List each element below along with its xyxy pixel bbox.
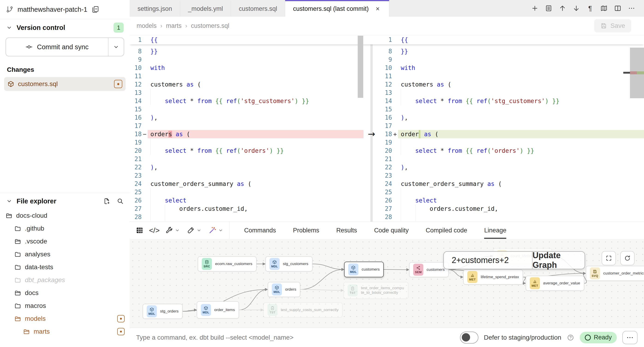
diff-editor[interactable]: 8}}910with1112customers as (1314 select … (130, 35, 644, 222)
revert-change-button[interactable]: → (366, 129, 377, 139)
tree-item-docs[interactable]: docs (0, 287, 130, 299)
changed-file-row[interactable]: customers.sql (4, 77, 126, 91)
panel-tab-lineage[interactable]: Lineage (484, 222, 506, 239)
lineage-graph[interactable]: 2+customers+2 Update Graph SRCecom.raw_c… (130, 239, 644, 328)
code-line-25: 25 (130, 188, 364, 196)
breadcrumb-item[interactable]: marts (166, 22, 182, 29)
breadcrumb-item[interactable]: models (136, 22, 156, 29)
arrow-down-icon[interactable] (572, 4, 580, 12)
tab-customers.sql-last-commit-[interactable]: customers.sql (last commit)× (285, 0, 389, 16)
command-input[interactable]: Type a command, ex. dbt build --select <… (136, 334, 294, 341)
diff-pane-modified[interactable]: 8}}910with1112customers as (1314 select … (380, 35, 644, 222)
tab-customers.sql[interactable]: customers.sql (231, 0, 286, 16)
code-line-19: 19 (380, 138, 644, 147)
diff-gutter (370, 35, 373, 222)
panel-tab-problems[interactable]: Problems (293, 222, 319, 239)
commit-and-sync-button[interactable]: Commit and sync (6, 37, 124, 56)
tab-settings.json[interactable]: settings.json (130, 0, 180, 16)
semantic-icon: SEM (413, 264, 423, 276)
editor-scrollbar-thumb[interactable] (358, 36, 363, 98)
duplicate-file-icon[interactable] (92, 5, 99, 13)
node-label: average_order_value (543, 281, 580, 286)
panel-tab-commands[interactable]: Commands (244, 222, 276, 239)
magic-wand-tool[interactable] (208, 226, 223, 234)
tree-item-label: models (25, 315, 46, 322)
plus-icon[interactable] (531, 4, 538, 12)
lineage-node-customers[interactable]: MDLcustomers (344, 262, 384, 277)
modified-indicator (117, 328, 124, 335)
tree-item-marts[interactable]: marts (0, 325, 130, 338)
code-line-1: 1{{ (380, 35, 644, 44)
branch-name[interactable]: matthewshaver-patch-1 (18, 6, 87, 13)
tree-item-models[interactable]: models (0, 312, 130, 325)
node-label: customers (426, 267, 444, 272)
editor-tabs: settings.json_models.ymlcustomers.sqlcus… (130, 0, 644, 16)
lineage-node-test_supply_costs_sum_correctly[interactable]: TSTtest_supply_costs_sum_correctly (263, 302, 342, 318)
tree-item-data-tests[interactable]: data-tests (0, 261, 130, 274)
lineage-node-orders[interactable]: MDLorders (268, 282, 300, 297)
save-button[interactable]: Save (594, 19, 631, 32)
update-graph-button[interactable]: Update Graph (532, 252, 584, 269)
help-icon[interactable] (567, 334, 574, 341)
more-options-button[interactable] (622, 331, 638, 344)
tree-item-analyses[interactable]: analyses (0, 248, 130, 261)
lineage-node-customer_order_metrics[interactable]: SVQcustomer_order_metrics (586, 266, 644, 281)
panel-tab-code-quality[interactable]: Code quality (374, 222, 408, 239)
code-tool[interactable]: </> (150, 226, 158, 234)
folder-open-icon (6, 212, 12, 219)
fullscreen-button[interactable] (602, 251, 616, 265)
breadcrumb-item[interactable]: customers.sql (191, 22, 230, 29)
version-control-header[interactable]: Version control 1 (0, 19, 130, 36)
search-icon[interactable] (117, 198, 124, 205)
lineage-selector-input[interactable]: 2+customers+2 (444, 252, 532, 269)
tree-item-macros[interactable]: macros (0, 299, 130, 312)
commit-options-chevron[interactable] (108, 38, 124, 56)
map-icon[interactable] (600, 4, 608, 12)
panel-tab-label: Problems (293, 227, 319, 234)
git-branch-icon (6, 6, 13, 13)
lineage-node-order_items[interactable]: MDLorder_items (197, 301, 239, 319)
pilcrow-icon[interactable]: ¶ (586, 4, 594, 12)
wrench-tool[interactable] (165, 226, 180, 234)
tree-item-docs-cloud[interactable]: docs-cloud (0, 209, 130, 222)
lineage-node-test_order_items_compute_to_bools_correctly[interactable]: TSTtest_order_items_compute_to_bools_cor… (344, 282, 408, 299)
lineage-node-stg_orders[interactable]: MDLstg_orders (142, 304, 183, 319)
tab--models.yml[interactable]: _models.yml (180, 0, 231, 16)
main-area: settings.json_models.ymlcustomers.sqlcus… (130, 0, 644, 347)
test-icon (350, 286, 355, 291)
tree-item-.github[interactable]: .github (0, 222, 130, 235)
preview-grid-tool[interactable] (136, 226, 144, 234)
sidebar: matthewshaver-patch-1 Version control 1 … (0, 0, 130, 347)
commit-button-label: Commit and sync (37, 43, 88, 51)
diff-pane-original[interactable]: 8}}910with1112customers as (1314 select … (130, 35, 364, 222)
lineage-node-ecom.raw_customers[interactable]: SRCecom.raw_customers (198, 256, 256, 272)
more-icon[interactable] (628, 4, 635, 12)
arrow-up-icon[interactable] (559, 4, 566, 12)
overview-insertion-mark (637, 71, 644, 74)
lineage-node-customers[interactable]: SEMcustomers (409, 262, 449, 277)
new-file-icon[interactable] (104, 198, 110, 205)
lineage-node-average_order_value[interactable]: METaverage_order_value (526, 276, 584, 291)
tree-item-.vscode[interactable]: .vscode (0, 235, 130, 248)
defer-toggle[interactable] (460, 332, 478, 344)
tree-item-label: marts (34, 328, 50, 335)
file-explorer: File explorer docs-cloud.github.vscodean… (0, 193, 130, 347)
split-editor-icon[interactable] (614, 4, 622, 12)
tree-item-dbt_packages[interactable]: dbt_packages (0, 274, 130, 287)
code-line-16: 16), (380, 113, 644, 122)
cube-icon (272, 260, 277, 264)
lineage-node-lifetime_spend_pretax[interactable]: METlifetime_spend_pretax (463, 270, 523, 285)
outline-icon[interactable] (545, 4, 552, 12)
panel-tab-compiled-code[interactable]: Compiled code (426, 222, 467, 239)
code-icon: </> (150, 226, 158, 234)
file-tree: docs-cloud.github.vscodeanalysesdata-tes… (0, 209, 130, 338)
folder-icon (14, 302, 21, 309)
close-tab-icon[interactable]: × (374, 5, 381, 12)
format-paint-tool[interactable] (187, 226, 202, 234)
panel-tab-results[interactable]: Results (336, 222, 357, 239)
lineage-node-stg_customers[interactable]: MDLstg_customers (265, 256, 312, 272)
wrench-icon (165, 226, 173, 234)
refresh-graph-button[interactable] (620, 251, 634, 265)
node-label: stg_orders (160, 309, 178, 314)
folder-open-icon (14, 315, 21, 322)
